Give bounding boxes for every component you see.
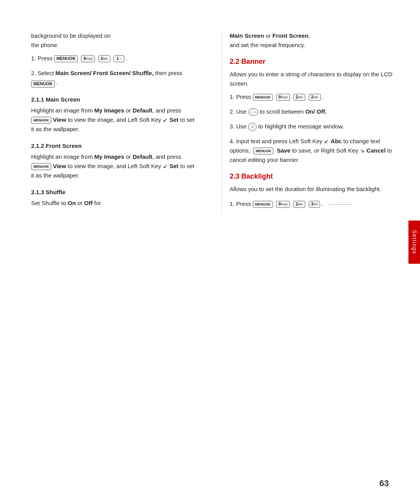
step-2-label: 2. Select [31,70,56,76]
settings-sidebar: Settings [404,0,420,504]
right-intro: Main Screen or Front Screen, and set the… [230,31,397,50]
2abc-key-r2: 2 abc [309,94,321,101]
9wxyz-key-r3: 9 wxyz [276,201,290,208]
section-213-heading: 2.1.3 Shuffle [31,189,198,195]
section-23-heading: 2.3 Backlight [230,172,397,181]
1-key-1: 1 ⌄ [114,55,124,62]
menu-ok-key-r3: MENUOK [253,201,273,208]
right-step-3: 3. Use ↕ to highlight the message window… [230,122,397,131]
nav-lr-key: ←→ [248,109,258,116]
section-213-body: Set Shuffle to On or Off for [31,198,198,208]
3def-key-r3: 3 def [309,201,320,208]
step-1-label: 1. Press [31,55,54,61]
menu-ok-key-r2: MENUOK [253,148,273,155]
2abc-key-r3: 2 abc [293,201,305,208]
section-211-body: Highlight an image from My Images or Def… [31,106,198,134]
2abc-key-r1: 2 abc [293,94,305,101]
nav-ud-key: ↕ [248,123,257,131]
settings-tab-label: Settings [409,220,420,263]
menu-ok-key-4: MENUOK [31,163,51,170]
menu-ok-key-r1: MENUOK [253,94,273,101]
right-column: Main Screen or Front Screen, and set the… [222,31,397,214]
right-step-2: 2. Use ←→ to scroll between On/ Off. [230,107,397,116]
right-step-4: 4. Input text and press Left Soft Key ↙ … [230,137,397,165]
2abc-key-1: 2 abc [98,55,110,62]
page-number: 63 [380,478,389,488]
section-212-body: Highlight an image from My Images or Def… [31,152,198,180]
9wxyz-key-r1: 9 wxyz [276,94,290,101]
section-211-heading: 2.1.1 Main Screen [31,96,198,103]
step-2: 2. Select Main Screen/ Front Screen/ Shu… [31,68,198,88]
9wxyz-key-1: 9 wxyz [81,55,95,62]
section-22-body: Allows you to enter a string of characte… [230,70,397,88]
right-step-23-1: 1. Press MENUOK 9 wxyz 2 abc 3 def . [230,199,397,209]
section-212-heading: 2.1.2 Front Screen [31,142,198,149]
intro-text: background to be displayed on the phone. [31,31,198,50]
section-22-heading: 2.2 Banner [230,58,397,66]
section-23-body: Allows you to set the duration for illum… [230,184,397,194]
menu-ok-key-3: MENUOK [31,117,51,124]
left-column: background to be displayed on the phone.… [31,31,206,214]
right-step-1: 1. Press MENUOK 9 wxyz 2 abc 2 abc . [230,92,397,102]
step-1: 1. Press MENUOK 9 wxyz 2 abc 1 ⌄ . [31,54,198,63]
menu-ok-key-1: MENUOK [54,55,78,62]
menu-ok-key-2: MENUOK [31,81,55,88]
